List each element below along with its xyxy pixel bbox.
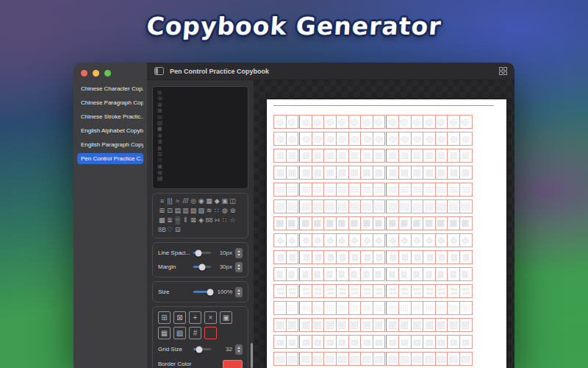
pattern-palette-item[interactable]: ◉ (197, 197, 205, 206)
size-stepper[interactable] (235, 287, 243, 297)
pattern-palette-item[interactable]: 88 (205, 216, 213, 225)
hui-grid-option[interactable]: ▣ (220, 311, 232, 324)
cross-grid-option[interactable]: + (189, 311, 201, 324)
practice-cell (386, 250, 399, 264)
pattern-palette-item[interactable]: ☆ (229, 216, 237, 225)
practice-cell (386, 233, 399, 247)
practice-cell (398, 301, 412, 315)
pattern-palette-item[interactable]: ▧ (190, 206, 198, 216)
practice-cell (373, 284, 386, 298)
nine-grid-option[interactable]: ▦ (158, 327, 171, 339)
pattern-palette-item[interactable]: ◎ (190, 197, 198, 206)
border-color-swatch[interactable] (223, 360, 243, 368)
pattern-palette-item[interactable]: ◫ (229, 197, 237, 206)
mini-pattern-sq-spiral-a (157, 139, 162, 144)
practice-cell (323, 335, 337, 349)
margin-slider[interactable] (193, 266, 211, 268)
border-color-row: Border Color (158, 356, 243, 368)
practice-cell (435, 250, 448, 264)
pattern-palette-item[interactable]: ▣ (221, 197, 229, 206)
practice-cell (386, 166, 399, 180)
practice-cell (373, 199, 386, 213)
practice-cell (435, 284, 448, 298)
practice-cell (447, 233, 460, 247)
close-button[interactable] (81, 70, 87, 77)
pattern-palette-item[interactable]: ◍ (221, 206, 229, 216)
size-control-box: Size 100% (152, 281, 248, 302)
grid-settings-box: ⊞⊠+×▣▦▧# Grid Size 32 Border Color Line … (152, 306, 248, 368)
sidebar-item[interactable]: English Paragraph Copy... (77, 139, 143, 150)
practice-cell (336, 284, 349, 298)
pattern-palette-item[interactable]: ⊡ (166, 206, 174, 216)
pattern-palette-item[interactable]: ∺ (213, 216, 221, 225)
practice-cell (411, 166, 424, 180)
grid-size-slider[interactable] (193, 348, 211, 350)
practice-cell (459, 284, 473, 298)
grid-size-stepper[interactable] (235, 344, 243, 355)
practice-cell (373, 318, 386, 332)
pattern-palette-item[interactable]: ♡ (166, 225, 174, 235)
page-preview-area (254, 80, 514, 368)
pattern-palette-item[interactable]: ∷ (221, 216, 229, 225)
pattern-palette-item[interactable]: ⊚ (229, 206, 237, 216)
practice-cell (360, 132, 373, 146)
pattern-palette-item[interactable]: ‖ (182, 216, 190, 225)
pattern-palette-item[interactable]: ▥ (182, 206, 190, 216)
pattern-palette-item[interactable]: ⊞ (158, 206, 166, 216)
pattern-palette-item[interactable]: 8B (158, 225, 166, 235)
diagonal-grid-option[interactable]: ▧ (173, 327, 186, 339)
sidebar-item[interactable]: Chinese Character Cop... (77, 83, 143, 94)
pattern-palette-item[interactable]: ▦ (205, 197, 213, 206)
practice-cell (336, 132, 349, 146)
practice-cell (360, 115, 373, 129)
practice-cell (323, 132, 337, 146)
sidebar-item[interactable]: Chinese Stroke Practic... (77, 111, 143, 122)
sidebar-item[interactable]: Chinese Paragraph Cop... (77, 97, 143, 108)
mi-grid-option[interactable]: ⊠ (173, 311, 186, 324)
practice-cell (398, 115, 412, 129)
zoom-button[interactable] (104, 70, 111, 77)
pattern-palette-item[interactable]: ⊠ (190, 216, 198, 225)
practice-cell (360, 284, 373, 298)
pattern-palette-item[interactable]: ≋ (205, 206, 213, 216)
practice-cell (360, 233, 373, 247)
panel-scrollbar[interactable] (251, 343, 253, 368)
jing-grid-option[interactable]: # (189, 327, 201, 339)
practice-cell (286, 352, 299, 366)
pattern-palette-item[interactable]: ◈ (197, 216, 205, 225)
x-grid-option[interactable]: × (204, 311, 217, 324)
pattern-palette-item[interactable]: ▩ (158, 216, 166, 225)
pattern-palette-item[interactable]: ≈ (173, 197, 182, 206)
blank-grid-option[interactable] (204, 327, 217, 339)
line-spacing-slider[interactable] (193, 252, 211, 254)
practice-cell (360, 149, 373, 163)
practice-cell (336, 199, 349, 213)
pattern-palette-item[interactable]: ▤ (173, 206, 182, 216)
practice-cell (348, 318, 362, 332)
practice-cell (273, 267, 287, 281)
practice-cell (435, 352, 448, 366)
pattern-palette-item[interactable]: ▒ (173, 216, 182, 225)
pattern-palette-item[interactable]: ◆ (213, 197, 221, 206)
minimize-button[interactable] (93, 70, 99, 77)
pattern-palette-item[interactable]: ≡ (158, 197, 166, 206)
tian-grid-option[interactable]: ⊞ (158, 311, 171, 324)
size-slider[interactable] (193, 291, 211, 293)
practice-cell (360, 183, 373, 197)
line-spacing-stepper[interactable] (235, 248, 243, 258)
margin-stepper[interactable] (235, 262, 243, 272)
pattern-palette-item[interactable]: ⊟ (173, 225, 182, 235)
practice-cell (411, 216, 424, 230)
pattern-palette-item[interactable]: ▨ (197, 206, 205, 216)
practice-cell (299, 318, 312, 332)
pattern-palette-item[interactable]: /// (182, 197, 190, 206)
practice-cell (273, 284, 287, 298)
pattern-palette-item[interactable]: ||| (166, 197, 174, 206)
mini-pattern-spiral-ccw (157, 96, 162, 101)
pattern-palette-item[interactable]: ≣ (166, 216, 174, 225)
sidebar-item[interactable]: Pen Control Practice C... (77, 153, 143, 164)
sidebar-toggle-icon[interactable] (154, 67, 164, 76)
pattern-grid-icon[interactable] (498, 67, 508, 76)
pattern-palette-item[interactable]: ∷ (213, 206, 221, 216)
sidebar-item[interactable]: English Alphabet Copyb... (77, 125, 143, 136)
